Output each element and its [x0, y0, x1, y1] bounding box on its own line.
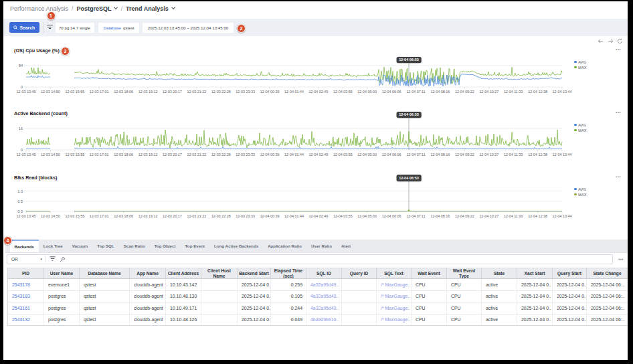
svg-text:1.0: 1.0 — [17, 189, 23, 193]
chart-legend: AVGMAX — [574, 60, 587, 70]
instance-selector[interactable]: 70 pg 14.7 single — [56, 23, 94, 33]
cell-sql-text[interactable]: /* MaxGauge.. — [377, 290, 412, 302]
cell-sql-text[interactable]: /* MaxGauge.. — [377, 279, 412, 291]
time-range-picker[interactable]: 2025.12.03 13:45:00 ~ 2025.12.04 13:45:0… — [143, 23, 234, 33]
col-header-sql-id[interactable]: SQL ID — [306, 268, 342, 279]
database-chip[interactable]: Database qstest — [98, 23, 139, 33]
col-header-wait-event[interactable]: Wait Event — [412, 268, 447, 279]
col-header-sql-text[interactable]: SQL Text — [377, 268, 412, 279]
col-header-query-id[interactable]: Query ID — [342, 268, 377, 279]
col-header-client-address[interactable]: Client Address — [166, 268, 201, 279]
chart-plot-blks-read[interactable]: 1.00.50.012-03 13:4512-03 14:5012-03 15:… — [3, 163, 628, 226]
cell-sql-id[interactable]: 4a32a95d49.. — [306, 279, 342, 291]
chart-cpu-usage: (OS) Cpu Usage (%) ••• 84012-03 13:4512-… — [3, 36, 628, 99]
chevron-down-icon — [114, 5, 118, 9]
filter-row: OR ▾ ••• — [3, 253, 628, 268]
chevron-down-icon — [171, 5, 175, 9]
tab-vacuum[interactable]: Vacuum — [68, 240, 93, 252]
table-header: PIDUser NameDatabase NameApp NameClient … — [8, 268, 628, 279]
col-header-wait-event-type[interactable]: Wait Event Type — [447, 268, 482, 279]
cell-database-name: qstest — [80, 302, 130, 314]
col-header-database-name[interactable]: Database Name — [80, 268, 130, 279]
cell-xact-start: 2025-12-04 0.. — [517, 302, 553, 314]
chart-plot-active-backend[interactable]: 16012-03 13:4512-03 14:5012-03 15:5512-0… — [3, 99, 628, 162]
filter-operator-select[interactable]: OR ▾ — [7, 255, 45, 264]
legend-dot-icon — [574, 124, 577, 126]
filter-list-icon[interactable] — [46, 25, 53, 30]
col-header-elapsed-time[interactable]: Elapsed Time (sec) — [271, 268, 306, 279]
cell-xact-start: 2025-12-04 0.. — [517, 314, 553, 326]
breadcrumb-postgresql[interactable]: PostgreSQL — [76, 5, 111, 12]
svg-text:12-04 13:44: 12-04 13:44 — [553, 90, 572, 94]
svg-text:12-03 14:50: 12-03 14:50 — [41, 214, 60, 218]
tab-scan-ratio[interactable]: Scan Ratio — [119, 240, 150, 252]
cell-sql-text[interactable]: /* MaxGauge.. — [377, 302, 412, 314]
svg-text:12-04 02:49: 12-04 02:49 — [309, 90, 329, 94]
cell-wait-event: CPU — [412, 314, 447, 326]
tab-application-ratio[interactable]: Application Ratio — [263, 240, 306, 252]
table-row[interactable]: 2543132postgresqstestclouddb-agent10.10.… — [8, 314, 628, 326]
legend-item-avg[interactable]: AVG — [574, 60, 587, 65]
breadcrumb-performance-analysis[interactable]: Performance Analysis — [10, 5, 68, 12]
cell-sql-id[interactable]: 4a32a95d49.. — [306, 290, 342, 302]
svg-text:12-04 12:38: 12-04 12:38 — [528, 214, 547, 218]
tab-lock-tree[interactable]: Lock Tree — [39, 240, 68, 252]
cell-query-start: 2025-12-04 0.. — [553, 314, 587, 326]
table-row[interactable]: 2543161postgresqstestclouddb-agent10.10.… — [8, 302, 628, 314]
table-row[interactable]: 2543183postgresqstestclouddb-agent10.10.… — [8, 290, 628, 302]
chart-plot-cpu-usage[interactable]: 84012-03 13:4512-03 14:5012-03 15:5512-0… — [3, 36, 628, 99]
tab-top-sql[interactable]: Top SQL — [92, 240, 118, 252]
cell-pid[interactable]: 2543183 — [8, 290, 44, 302]
tab-alert[interactable]: Alert — [337, 240, 355, 252]
cell-sql-id[interactable]: 4ba9d9b910.. — [306, 314, 342, 326]
col-header-backend-start[interactable]: Backend Start — [238, 268, 271, 279]
tab-top-event[interactable]: Top Event — [181, 240, 209, 252]
annotation-badge-1: 1 — [47, 11, 56, 20]
cell-user-name: exemone1 — [44, 279, 80, 291]
cell-client-host-name — [201, 314, 238, 326]
col-header-user-name[interactable]: User Name — [44, 268, 80, 279]
cell-state-change: 2025-12-04 06:.. — [587, 314, 628, 326]
col-header-query-start[interactable]: Query Start — [553, 268, 587, 279]
legend-item-avg[interactable]: AVG — [574, 122, 587, 128]
svg-text:12-04 00:39: 12-04 00:39 — [260, 90, 280, 94]
cell-wait-event: CPU — [412, 290, 447, 302]
svg-text:12-03 18:06: 12-03 18:06 — [114, 153, 133, 157]
cell-elapsed-time: 0.049 — [271, 314, 306, 326]
col-header-state[interactable]: State — [482, 268, 517, 279]
table-row[interactable]: 2543178exemone1qstestclouddb-agent10.10.… — [8, 279, 628, 291]
tab-backends[interactable]: Backends — [10, 240, 39, 252]
svg-text:84: 84 — [19, 64, 23, 68]
legend-item-avg[interactable]: AVG — [574, 187, 587, 192]
pin-icon[interactable] — [60, 256, 66, 262]
cell-pid[interactable]: 2543132 — [8, 314, 44, 326]
cell-pid[interactable]: 2543178 — [8, 279, 44, 291]
legend-item-max[interactable]: MAX — [574, 65, 587, 70]
cell-pid[interactable]: 2543161 — [8, 302, 44, 314]
col-header-pid[interactable]: PID — [8, 268, 44, 279]
tab-top-object[interactable]: Top Object — [150, 240, 181, 252]
legend-dot-icon — [574, 61, 577, 64]
col-header-xact-start[interactable]: Xact Start — [517, 268, 553, 279]
breadcrumb-trend-analysis[interactable]: Trend Analysis — [126, 5, 169, 12]
cell-sql-id[interactable]: 4a32a95d49.. — [306, 302, 342, 314]
toolbar-divider — [43, 22, 43, 33]
svg-text:0: 0 — [21, 148, 23, 152]
funnel-icon[interactable] — [50, 256, 56, 262]
col-header-client-host-name[interactable]: Client Host Name — [201, 268, 238, 279]
cell-wait-event-type: CPU — [447, 290, 482, 302]
tab-long-active-backends[interactable]: Long Active Backends — [209, 240, 263, 252]
legend-item-max[interactable]: MAX — [574, 192, 587, 197]
col-header-app-name[interactable]: App Name — [130, 268, 166, 279]
tab-user-ratio[interactable]: User Ratio — [306, 240, 337, 252]
cell-state-change: 2025-12-04 06:.. — [587, 302, 628, 314]
svg-text:12-03 21:22: 12-03 21:22 — [187, 214, 206, 218]
breadcrumb: Performance Analysis / PostgreSQL / Tren… — [3, 1, 628, 19]
annotation-badge-3: 3 — [61, 47, 70, 56]
cell-sql-text[interactable]: /* MaxGauge.. — [377, 314, 412, 326]
legend-item-max[interactable]: MAX — [574, 128, 587, 133]
filter-menu-icon[interactable]: ••• — [618, 257, 624, 261]
svg-text:12-04 03:55: 12-04 03:55 — [333, 214, 353, 218]
search-button[interactable]: Search — [9, 22, 39, 33]
col-header-state-change[interactable]: State Change — [587, 268, 628, 279]
